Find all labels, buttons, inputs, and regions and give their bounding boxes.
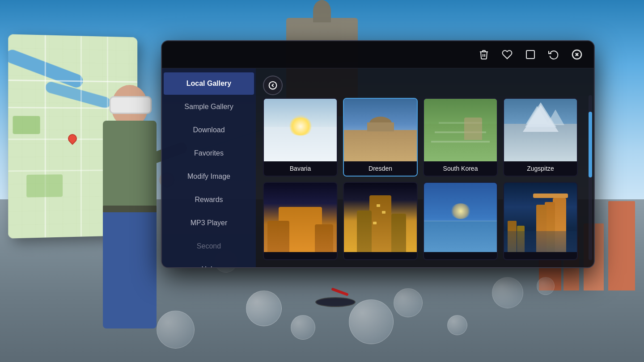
gallery-item-building[interactable] <box>343 182 418 261</box>
gallery-label-city1 <box>264 252 337 259</box>
map-park <box>26 174 63 197</box>
gallery-scrollbar-thumb <box>589 112 592 178</box>
gallery-thumb-building <box>344 183 417 253</box>
gallery-label-south-korea: South Korea <box>424 161 497 176</box>
gallery-item-dresden[interactable]: Dresden <box>343 98 418 177</box>
gallery-label-marina <box>504 252 577 259</box>
sidebar-item-modify-image[interactable]: Modify Image <box>164 165 254 188</box>
vr-toolbar <box>162 41 594 68</box>
gallery-thumb-dresden <box>344 99 417 161</box>
map-road <box>45 35 46 237</box>
map-pin <box>67 134 76 145</box>
gallery-label-ocean <box>424 252 497 259</box>
sidebar-menu: Local Gallery Sample Gallery Download Fa… <box>162 68 256 267</box>
sidebar-item-rewards[interactable]: Rewards <box>164 189 254 211</box>
gallery-grid: Bavaria Dresden <box>263 76 587 260</box>
sidebar-item-download[interactable]: Download <box>164 119 254 141</box>
gallery-thumb-zugspitze <box>504 99 577 161</box>
gallery-thumb-marina <box>504 183 577 253</box>
delete-button[interactable] <box>476 46 492 63</box>
svg-point-4 <box>269 82 277 89</box>
map-park <box>13 116 40 134</box>
sidebar-item-mp3-player[interactable]: MP3 Player <box>164 212 254 234</box>
gallery-thumb-ocean <box>424 183 497 253</box>
gallery-label-bavaria: Bavaria <box>264 161 337 176</box>
gallery-item-ocean[interactable] <box>423 182 498 261</box>
gallery-area: Bavaria Dresden <box>256 68 594 267</box>
vr-content: Local Gallery Sample Gallery Download Fa… <box>162 68 594 267</box>
gallery-item-city1[interactable] <box>263 182 338 261</box>
vr-panel: Local Gallery Sample Gallery Download Fa… <box>161 40 595 268</box>
map-river <box>8 48 85 89</box>
gallery-item-marina[interactable] <box>503 182 578 261</box>
fullscreen-button[interactable] <box>522 46 538 63</box>
gallery-thumb-bavaria <box>264 99 337 161</box>
back-button[interactable] <box>263 76 283 95</box>
drone <box>304 290 367 313</box>
gallery-scrollbar[interactable] <box>589 95 592 260</box>
close-button[interactable] <box>569 46 585 63</box>
gallery-thumb-south-korea <box>424 99 497 161</box>
sidebar-item-help[interactable]: Help <box>164 258 254 267</box>
gallery-label-zugspitze: Zugspitze <box>504 161 577 176</box>
undo-button[interactable] <box>546 46 562 63</box>
gallery-label-building <box>344 252 417 259</box>
sidebar-item-sample-gallery[interactable]: Sample Gallery <box>164 96 254 118</box>
gallery-label-dresden: Dresden <box>344 161 417 176</box>
gallery-item-south-korea[interactable]: South Korea <box>423 98 498 177</box>
gallery-thumb-city1 <box>264 183 337 253</box>
favorite-button[interactable] <box>499 46 515 63</box>
svg-rect-0 <box>526 51 534 59</box>
gallery-item-zugspitze[interactable]: Zugspitze <box>503 98 578 177</box>
sidebar-item-favorites[interactable]: Favorites <box>164 142 254 164</box>
sidebar-item-second[interactable]: Second <box>164 235 254 257</box>
sidebar-item-local-gallery[interactable]: Local Gallery <box>164 72 254 95</box>
gallery-item-bavaria[interactable]: Bavaria <box>263 98 338 177</box>
